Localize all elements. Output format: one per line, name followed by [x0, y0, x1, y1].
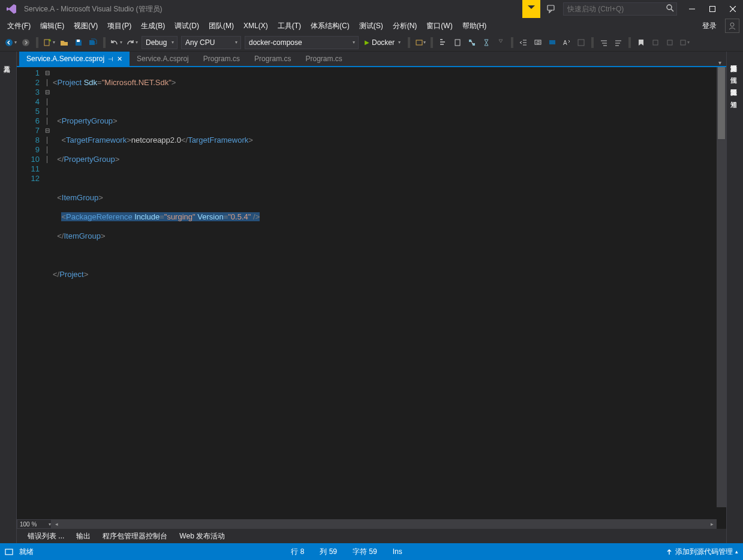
vertical-scrollbar[interactable]	[717, 67, 726, 507]
tool-btn-11[interactable]	[574, 36, 588, 49]
svg-rect-13	[455, 40, 460, 46]
minimize-button[interactable]	[682, 0, 702, 18]
title-bar: Service.A - Microsoft Visual Studio (管理员…	[0, 0, 743, 18]
source-control-button[interactable]: 添加到源代码管理 ▴	[666, 547, 738, 557]
tool-btn-6[interactable]	[494, 36, 507, 49]
quick-launch-input[interactable]	[563, 2, 677, 16]
tool-btn-17[interactable]: ▾	[678, 36, 691, 49]
menu-xml[interactable]: XML(X)	[239, 19, 273, 32]
tool-outline[interactable]	[437, 36, 450, 49]
save-button[interactable]	[72, 36, 85, 49]
code-editor[interactable]: 123456789101112 ⊟│⊟│││⊟│││ <Project Sdk=…	[17, 67, 726, 518]
open-file-button[interactable]	[58, 36, 71, 49]
tab-web-publish[interactable]: Web 发布活动	[173, 529, 231, 544]
quick-launch	[563, 2, 677, 16]
menu-team[interactable]: 团队(M)	[204, 19, 239, 34]
tab-program-cs-3[interactable]: Program.cs	[298, 52, 349, 66]
uncomment-button[interactable]	[546, 36, 559, 49]
status-col: 列 59	[320, 547, 337, 557]
save-all-button[interactable]	[86, 36, 100, 49]
feedback-button[interactable]	[543, 0, 561, 18]
undo-button[interactable]: ▾	[109, 36, 124, 49]
svg-rect-10	[44, 40, 49, 46]
comment-button[interactable]: @	[531, 36, 545, 49]
left-dock: 工具箱	[0, 52, 17, 543]
maximize-button[interactable]	[702, 0, 723, 18]
tab-program-cs-1[interactable]: Program.cs	[196, 52, 247, 66]
menu-file[interactable]: 文件(F)	[2, 19, 35, 34]
tab-pkg-console[interactable]: 程序包管理器控制台	[97, 529, 173, 544]
notifications-tab[interactable]: 通知	[727, 91, 741, 101]
tool-btn-12[interactable]	[597, 36, 610, 49]
svg-rect-22	[653, 40, 658, 45]
zoom-dropdown[interactable]: 100 % ▾	[17, 519, 52, 529]
properties-tab[interactable]: 属性	[727, 67, 741, 77]
menu-project[interactable]: 项目(P)	[103, 19, 136, 34]
svg-rect-12	[416, 40, 422, 45]
tab-service-a-csproj[interactable]: Service.A.csproj	[130, 52, 196, 66]
indent-out-button[interactable]	[517, 36, 530, 49]
svg-point-9	[22, 39, 29, 46]
nav-back-button[interactable]: ▾	[4, 36, 18, 49]
start-debug-button[interactable]: ▶ Docker ▾	[361, 36, 404, 49]
close-button[interactable]	[723, 0, 743, 18]
menu-test[interactable]: 测试(S)	[354, 19, 388, 34]
tab-service-a-service-csproj[interactable]: Service.A.Service.csproj ⊣ ✕	[19, 52, 130, 66]
bookmark-button[interactable]	[634, 36, 648, 49]
tool-schema[interactable]	[465, 36, 479, 49]
svg-point-7	[730, 23, 734, 26]
startup-dropdown[interactable]: docker-compose	[245, 36, 359, 49]
svg-rect-0	[548, 5, 554, 10]
close-tab-icon[interactable]: ✕	[117, 55, 122, 63]
status-ins: Ins	[393, 547, 402, 556]
tool-btn-15[interactable]	[649, 36, 662, 49]
menu-analyze[interactable]: 分析(N)	[388, 19, 422, 34]
status-char: 字符 59	[353, 547, 377, 557]
svg-rect-25	[5, 549, 13, 555]
sign-in-button[interactable]: 登录	[696, 19, 723, 34]
vs-logo-icon	[5, 2, 18, 16]
config-dropdown[interactable]: Debug	[142, 36, 178, 49]
tab-error-list[interactable]: 错误列表 ...	[22, 529, 70, 544]
tab-label: Service.A.Service.csproj	[26, 55, 104, 63]
svg-rect-4	[710, 7, 715, 12]
pin-icon[interactable]: ⊣	[108, 56, 113, 62]
menu-edit[interactable]: 编辑(E)	[35, 19, 69, 34]
menu-build[interactable]: 生成(B)	[136, 19, 170, 34]
menu-window[interactable]: 窗口(W)	[422, 19, 457, 34]
menu-view[interactable]: 视图(V)	[69, 19, 103, 34]
redo-button[interactable]: ▾	[125, 36, 139, 49]
menu-arch[interactable]: 体系结构(C)	[306, 19, 354, 34]
run-target-label: Docker	[372, 38, 395, 47]
code-content[interactable]: <Project Sdk="Microsoft.NET.Sdk"> <Prope…	[52, 67, 726, 518]
tool-btn-16[interactable]	[663, 36, 676, 49]
svg-rect-15	[473, 43, 475, 46]
svg-rect-11	[77, 40, 80, 42]
fold-column[interactable]: ⊟│⊟│││⊟│││	[43, 67, 52, 518]
horizontal-scrollbar[interactable]: ◂▸	[52, 519, 717, 529]
user-avatar-icon[interactable]	[725, 19, 739, 33]
tabs-overflow-button[interactable]: ▾	[714, 59, 726, 66]
format-button[interactable]: A	[560, 36, 573, 49]
workspace: 工具箱 Service.A.Service.csproj ⊣ ✕ Service…	[0, 52, 743, 543]
tab-output[interactable]: 输出	[70, 529, 97, 544]
tool-btn-1[interactable]: ▾	[414, 36, 427, 49]
search-icon[interactable]	[666, 4, 674, 12]
tab-program-cs-2[interactable]: Program.cs	[247, 52, 298, 66]
output-panel-tabs: 错误列表 ... 输出 程序包管理器控制台 Web 发布活动	[17, 529, 726, 543]
team-explorer-tab[interactable]: 团队资源管理器	[727, 79, 741, 89]
menu-debug[interactable]: 调试(D)	[170, 19, 204, 34]
svg-rect-14	[469, 40, 471, 42]
toolbox-tab[interactable]: 工具箱	[0, 56, 14, 66]
nav-fwd-button[interactable]	[19, 36, 32, 49]
status-bar: 就绪 行 8 列 59 字符 59 Ins 添加到源代码管理 ▴	[0, 543, 743, 560]
menu-tools[interactable]: 工具(T)	[273, 19, 306, 34]
solution-explorer-tab[interactable]: 解决方案资源管理器	[727, 55, 741, 65]
tool-btn-5[interactable]	[480, 36, 493, 49]
menu-help[interactable]: 帮助(H)	[458, 19, 492, 34]
new-item-button[interactable]: ▾	[42, 36, 56, 49]
notification-flag-button[interactable]	[522, 0, 540, 18]
platform-dropdown[interactable]: Any CPU	[181, 36, 241, 49]
tool-doc[interactable]	[451, 36, 464, 49]
tool-btn-13[interactable]	[612, 36, 625, 49]
